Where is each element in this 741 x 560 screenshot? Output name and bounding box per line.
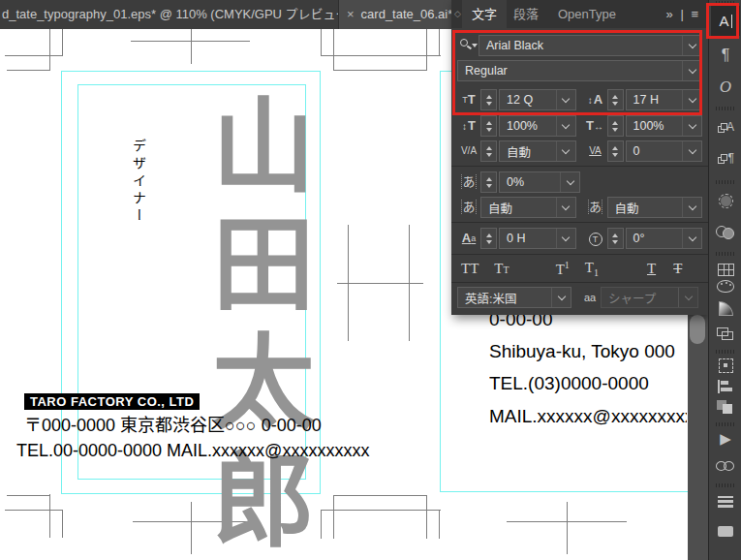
- kerning-icon: V/A: [457, 140, 480, 162]
- swatches-panel-button[interactable]: [709, 263, 741, 280]
- trim-mark: [7, 70, 49, 71]
- anti-alias-field[interactable]: シャープ: [601, 287, 698, 308]
- document-tab-active[interactable]: ×card_tate_06.ai* @: [338, 0, 451, 29]
- color-panel-button[interactable]: [709, 279, 741, 296]
- aki-left-field[interactable]: 自動: [480, 197, 576, 218]
- panel-collapse-icon[interactable]: ◇: [454, 0, 461, 28]
- char-rotation-icon: T: [584, 228, 607, 249]
- tab-paragraph[interactable]: 段落: [504, 0, 548, 28]
- baseline-shift-dropdown[interactable]: [556, 229, 575, 248]
- kerning-dropdown[interactable]: [556, 141, 575, 161]
- trim-mark: [321, 55, 441, 56]
- tab-opentype[interactable]: OpenType: [548, 0, 626, 28]
- symbols-panel-button[interactable]: [709, 194, 741, 212]
- trim-mark: [321, 510, 441, 511]
- trim-mark: [426, 495, 427, 539]
- document-tab-inactive[interactable]: d_tate_typography_01.eps* @ 110% (CMYK/G…: [0, 0, 353, 29]
- underline-button[interactable]: T: [647, 261, 656, 277]
- character-styles-panel-button[interactable]: A: [709, 120, 741, 140]
- paragraph-styles-panel-button[interactable]: ¶: [709, 151, 741, 171]
- anti-alias-dropdown[interactable]: [678, 288, 697, 307]
- trim-mark: [333, 29, 334, 71]
- links-panel-button[interactable]: [709, 458, 741, 476]
- tsume-stepper[interactable]: [480, 171, 497, 193]
- superscript-button[interactable]: T1: [556, 260, 570, 278]
- char-rotation-stepper[interactable]: [607, 228, 624, 249]
- align-panel-button[interactable]: [709, 380, 741, 397]
- aki-right-dropdown[interactable]: [682, 198, 701, 217]
- char-rotation-dropdown[interactable]: [682, 229, 701, 248]
- aki-right-icon: あ: [584, 197, 607, 218]
- tracking-field[interactable]: 0: [626, 140, 703, 162]
- opentype-panel-button[interactable]: O: [709, 78, 741, 97]
- card-contact-text[interactable]: TEL.00-0000-0000 MAIL.xxxxxx@xxxxxxxxxx: [16, 441, 369, 461]
- trim-mark: [62, 510, 63, 538]
- dock-group-handle: [716, 422, 735, 426]
- baseline-shift-stepper[interactable]: [480, 228, 497, 249]
- kerning-stepper[interactable]: [480, 140, 497, 162]
- tracking-value: 0: [633, 144, 640, 158]
- kerning-field[interactable]: 自動: [499, 140, 576, 162]
- vertical-scale-stepper[interactable]: [480, 115, 497, 137]
- panel-menu-icon[interactable]: ≡: [691, 7, 700, 21]
- all-caps-button[interactable]: TT: [461, 261, 479, 277]
- card-address-text[interactable]: 〒000-0000 東京都渋谷区○○○ 0-00-00: [24, 411, 322, 436]
- trim-mark: [337, 283, 423, 284]
- dock-group-handle: [716, 180, 735, 184]
- trim-mark: [62, 29, 63, 55]
- anti-alias-icon: aa: [579, 287, 601, 308]
- layers-panel-button[interactable]: [709, 494, 741, 512]
- card-company-text[interactable]: TARO FACTORY CO., LTD: [24, 393, 200, 410]
- horizontal-scale-stepper[interactable]: [607, 115, 624, 137]
- actions-panel-button[interactable]: ▶: [709, 430, 741, 448]
- horizontal-scale-dropdown[interactable]: [682, 116, 701, 136]
- aki-left-dropdown[interactable]: [556, 198, 575, 217]
- gradient-panel-button[interactable]: [709, 301, 741, 320]
- language-dropdown[interactable]: [551, 288, 571, 307]
- vertical-scale-dropdown[interactable]: [556, 116, 575, 136]
- tracking-dropdown[interactable]: [682, 141, 701, 161]
- trim-mark: [439, 29, 440, 55]
- card-name-vertical-text[interactable]: 山田太郎: [201, 92, 309, 560]
- stroke-panel-button[interactable]: [709, 327, 741, 346]
- dock-group-handle: [716, 350, 735, 354]
- character-panel-header: ◇ 文字 段落 OpenType » | ≡: [451, 0, 708, 28]
- dock-group-handle: [716, 483, 735, 487]
- aki-left-icon: あ: [457, 197, 480, 218]
- anti-alias-value: シャープ: [608, 289, 656, 307]
- vertical-scale-field[interactable]: 100%: [499, 115, 576, 137]
- paragraph-panel-button[interactable]: ¶: [709, 47, 741, 64]
- trim-mark: [5, 55, 63, 56]
- aki-right-field[interactable]: 自動: [607, 197, 703, 218]
- transparency-panel-button[interactable]: [709, 225, 741, 244]
- pathfinder-panel-button[interactable]: [709, 400, 741, 419]
- trim-mark: [567, 502, 568, 554]
- scrollbar-thumb[interactable]: [690, 315, 705, 344]
- trim-mark: [191, 502, 192, 554]
- baseline-shift-field[interactable]: 0 H: [499, 228, 576, 249]
- right-card-line[interactable]: TEL.(03)0000-0000: [489, 373, 649, 394]
- language-field[interactable]: 英語:米国: [457, 287, 571, 308]
- horizontal-scale-value: 100%: [633, 119, 664, 133]
- trim-mark: [333, 495, 334, 539]
- small-caps-button[interactable]: TT: [494, 261, 509, 277]
- illustrator-window: d_tate_typography_01.eps* @ 110% (CMYK/G…: [0, 0, 741, 560]
- subscript-button[interactable]: T1: [585, 260, 599, 278]
- tsume-dropdown[interactable]: [560, 172, 579, 192]
- artboards-panel-button[interactable]: [709, 523, 741, 541]
- panel-overflow-icon[interactable]: »: [666, 7, 675, 21]
- trim-mark: [191, 29, 192, 64]
- transform-panel-button[interactable]: [709, 358, 741, 377]
- tracking-stepper[interactable]: [607, 140, 624, 162]
- horizontal-scale-field[interactable]: 100%: [626, 115, 703, 137]
- trim-mark: [321, 29, 322, 55]
- trim-mark: [321, 510, 322, 539]
- right-card-line[interactable]: Shibuya-ku, Tokyo 000: [489, 341, 675, 362]
- tab-character[interactable]: 文字: [462, 0, 507, 28]
- close-tab-icon[interactable]: ×: [347, 7, 355, 21]
- tsume-field[interactable]: 0%: [499, 171, 580, 193]
- char-rotation-field[interactable]: 0°: [626, 228, 703, 249]
- strikethrough-button[interactable]: T: [673, 261, 682, 277]
- right-card-line[interactable]: MAIL.xxxxxx@xxxxxxxxxx: [489, 406, 687, 427]
- card-role-vertical-text[interactable]: デザイナー: [129, 139, 148, 226]
